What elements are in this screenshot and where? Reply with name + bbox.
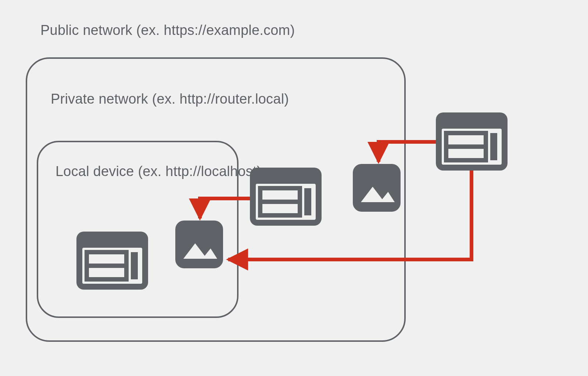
diagram-svg: [0, 0, 588, 376]
local-device-label: Local device (ex. http://localhost): [55, 164, 261, 179]
arrow-private-to-local-image: [200, 198, 250, 218]
browser-icon-local: [76, 232, 148, 290]
diagram-stage: Public network (ex. https://example.com)…: [0, 0, 588, 376]
private-network-label: Private network (ex. http://router.local…: [51, 91, 289, 107]
image-icon-private: [353, 164, 401, 212]
arrow-public-to-private-image: [379, 142, 436, 162]
public-network-label: Public network (ex. https://example.com): [40, 22, 295, 38]
image-icon-local: [175, 221, 223, 268]
browser-icon-public: [436, 112, 508, 171]
